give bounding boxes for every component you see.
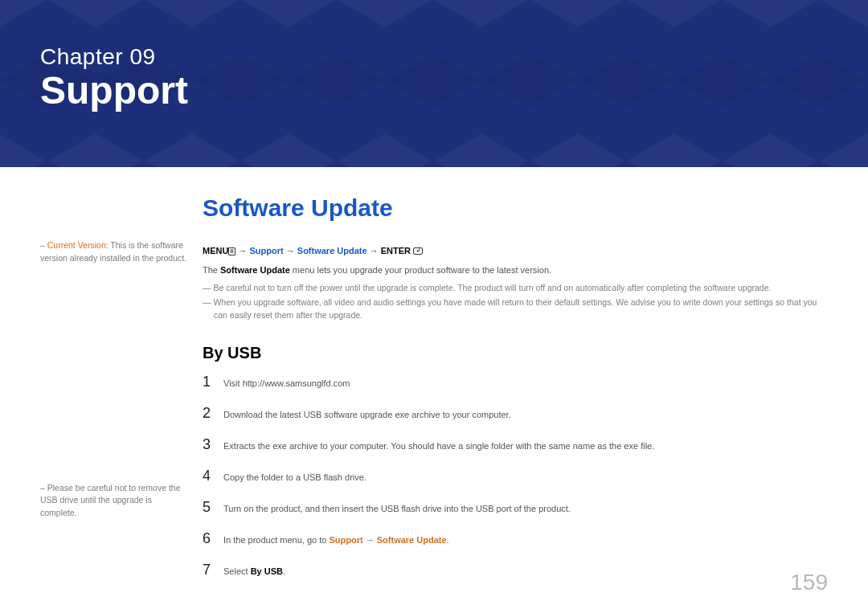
intro-paragraph: The Software Update menu lets you upgrad… [203, 264, 828, 278]
content-area: – Current Version: This is the software … [0, 167, 868, 593]
sidebar: – Current Version: This is the software … [40, 194, 190, 593]
list-item: 5 Turn on the product, and then insert t… [203, 499, 828, 516]
list-item: 7 Select By USB. [203, 562, 828, 578]
side-note-current-version: – Current Version: This is the software … [40, 239, 190, 265]
sub-heading-by-usb: By USB [203, 344, 828, 362]
side-note-usb-warning: Please be careful not to remove the USB … [40, 482, 190, 520]
list-item: 2 Download the latest USB software upgra… [203, 405, 828, 422]
chapter-banner: Chapter 09 Support [0, 0, 868, 167]
list-item: 6 In the product menu, go to Support → S… [203, 530, 828, 547]
note-settings-reset: When you upgrade software, all video and… [203, 296, 828, 322]
menu-path: MENUⅢ → Support → Software Update → ENTE… [203, 246, 828, 255]
section-heading: Software Update [203, 194, 828, 222]
list-item: 3 Extracts the exe archive to your compu… [203, 436, 828, 453]
page-number: 159 [790, 570, 828, 595]
chapter-title: Support [40, 70, 868, 112]
step-list: 1 Visit http://www.samsunglfd.com 2 Down… [203, 374, 828, 578]
menu-icon: Ⅲ [228, 247, 235, 255]
enter-icon [413, 247, 423, 255]
main-content: Software Update MENUⅢ → Support → Softwa… [190, 194, 828, 593]
list-item: 4 Copy the folder to a USB flash drive. [203, 468, 828, 484]
list-item: 1 Visit http://www.samsunglfd.com [203, 374, 828, 390]
chapter-label: Chapter 09 [40, 44, 868, 70]
note-power-warning: Be careful not to turn off the power unt… [203, 281, 828, 294]
